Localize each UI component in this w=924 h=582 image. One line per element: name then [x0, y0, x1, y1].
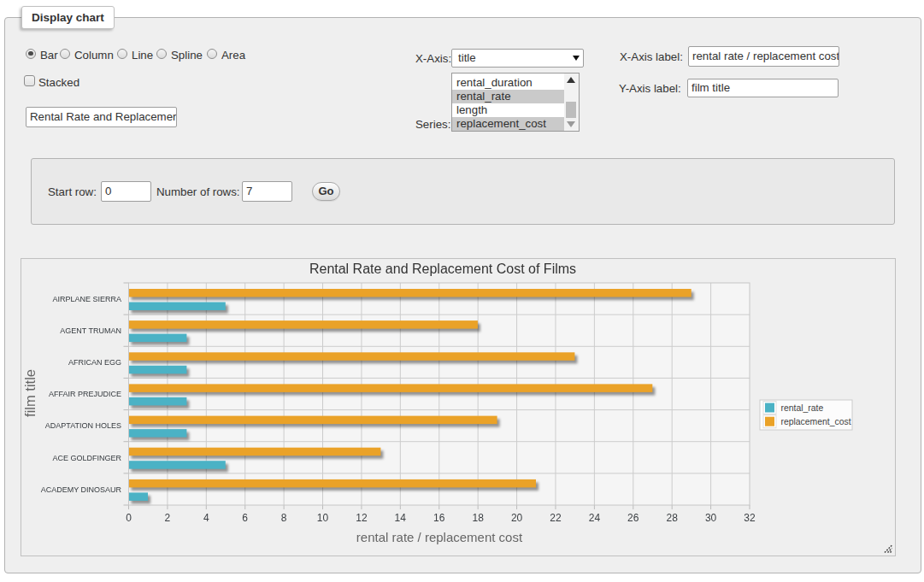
- svg-text:ACADEMY DINOSAUR: ACADEMY DINOSAUR: [41, 485, 122, 494]
- svg-text:rental_rate: rental_rate: [781, 403, 824, 413]
- svg-text:AFFAIR PREJUDICE: AFFAIR PREJUDICE: [49, 390, 121, 398]
- svg-text:10: 10: [317, 512, 329, 524]
- svg-text:18: 18: [473, 512, 485, 524]
- svg-text:0: 0: [126, 512, 132, 524]
- svg-text:12: 12: [356, 512, 368, 524]
- svg-text:6: 6: [242, 512, 248, 524]
- svg-text:ACE GOLDFINGER: ACE GOLDFINGER: [52, 454, 121, 462]
- svg-text:AFRICAN EGG: AFRICAN EGG: [68, 358, 121, 367]
- svg-text:32: 32: [744, 512, 756, 524]
- svg-text:22: 22: [550, 512, 562, 524]
- svg-text:rental rate / replacement cost: rental rate / replacement cost: [356, 530, 523, 544]
- svg-text:26: 26: [627, 512, 639, 524]
- svg-text:AIRPLANE SIERRA: AIRPLANE SIERRA: [52, 295, 121, 303]
- svg-text:28: 28: [667, 512, 679, 524]
- svg-text:ADAPTATION HOLES: ADAPTATION HOLES: [45, 421, 121, 430]
- svg-text:20: 20: [511, 512, 523, 524]
- svg-text:16: 16: [433, 512, 445, 524]
- svg-text:Rental Rate and Replacement Co: Rental Rate and Replacement Cost of Film…: [309, 262, 576, 276]
- svg-text:14: 14: [395, 512, 407, 524]
- svg-text:8: 8: [281, 512, 287, 524]
- svg-text:AGENT TRUMAN: AGENT TRUMAN: [60, 326, 121, 335]
- svg-text:replacement_cost: replacement_cost: [781, 417, 851, 426]
- svg-text:24: 24: [589, 512, 601, 524]
- svg-text:film title: film title: [22, 369, 38, 417]
- svg-text:2: 2: [165, 512, 171, 524]
- svg-text:30: 30: [705, 512, 717, 524]
- svg-text:4: 4: [203, 512, 209, 524]
